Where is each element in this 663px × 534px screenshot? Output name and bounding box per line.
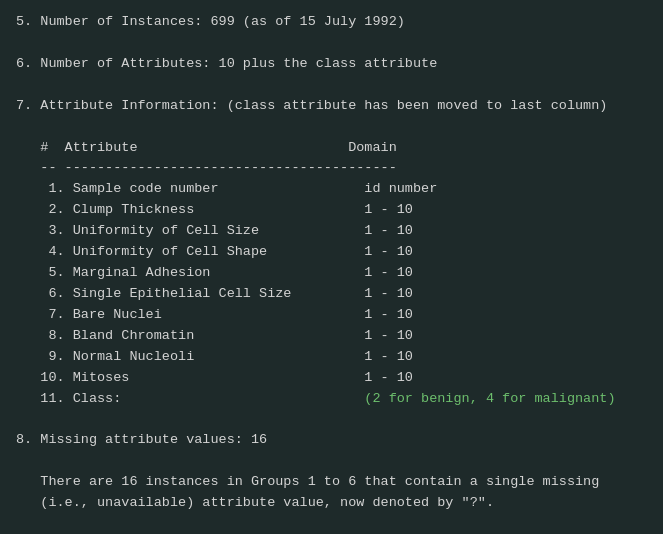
line-1: 5. Number of Instances: 699 (as of 15 Ju… <box>16 14 616 534</box>
text-block: 5. Number of Instances: 699 (as of 15 Ju… <box>16 12 647 534</box>
main-content: 5. Number of Instances: 699 (as of 15 Ju… <box>16 12 647 534</box>
